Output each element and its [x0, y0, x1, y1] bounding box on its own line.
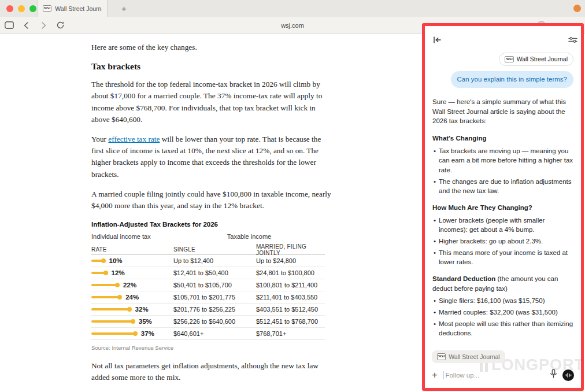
list-item: Tax brackets are moving up — meaning you… — [432, 146, 573, 175]
married-range: $768,701+ — [256, 330, 325, 337]
chart-group-header: Individual income tax — [91, 233, 173, 240]
chart-title: Inflation-Adjusted Tax Brackets for 2026 — [91, 221, 325, 228]
chat-composer: LONGPORT WSJ Wall Street Journal + Follo… — [425, 348, 581, 388]
married-range: $211,401 to $403,550 — [256, 294, 325, 301]
voice-mode-button[interactable] — [562, 369, 574, 381]
paragraph-text: Your — [91, 135, 108, 143]
source-context-chip[interactable]: WSJ Wall Street Journal — [499, 53, 573, 66]
microphone-icon[interactable] — [550, 369, 557, 381]
married-range: $100,801 to $211,400 — [256, 282, 325, 289]
wsj-logo-icon: WSJ — [505, 56, 513, 63]
user-message: Can you explain this in simple terms? — [451, 71, 573, 88]
zoom-window-button[interactable] — [29, 5, 36, 12]
list-item: Higher brackets: go up about 2.3%. — [432, 236, 573, 246]
attach-icon[interactable]: + — [432, 370, 438, 380]
reply-section: Standard Deduction (the amount you can d… — [432, 274, 573, 338]
single-range: $12,401 to $50,400 — [173, 269, 256, 276]
rate-bar — [91, 272, 106, 274]
browser-tab-bar: WSJ Wall Street Journal + — [0, 0, 585, 17]
panel-options-icon[interactable] — [568, 35, 577, 46]
chart-source: Source: Internal Revenue Service — [91, 345, 325, 351]
rate-bar — [91, 332, 135, 335]
rate-bar — [91, 308, 129, 310]
section-title: What's Changing — [432, 135, 486, 142]
scroll-fade — [425, 335, 581, 348]
tax-brackets-chart: Inflation-Adjusted Tax Brackets for 2026… — [91, 221, 325, 351]
text-caret — [443, 371, 444, 379]
list-item: Lower brackets (people with smaller inco… — [432, 216, 573, 235]
article-paragraph: Your effective tax rate will be lower th… — [91, 134, 334, 180]
assistant-message: Sure — here's a simple summary of what t… — [432, 97, 573, 348]
single-range: $256,226 to $640,600 — [173, 318, 256, 325]
column-header: SINGLE — [173, 246, 256, 253]
married-range: $512,451 to $768,700 — [256, 318, 325, 325]
source-chip-label: Wall Street Journal — [517, 55, 568, 64]
article-paragraph: The threshold for the top federal income… — [91, 79, 334, 125]
chart-header-row: RATE SINGLE MARRIED, FILING JOINTLY — [91, 245, 325, 255]
article-paragraph: A married couple filing jointly could ha… — [91, 188, 334, 212]
forward-icon[interactable] — [39, 21, 47, 29]
single-range: $50,401 to $105,700 — [173, 282, 256, 289]
article-heading-tax-brackets: Tax brackets — [91, 61, 334, 72]
column-header: MARRIED, FILING JOINTLY — [256, 243, 325, 256]
profile-icon[interactable] — [573, 5, 581, 12]
wsj-logo-icon: WSJ — [437, 353, 446, 360]
table-row: 22% $50,401 to $105,700 $100,801 to $211… — [91, 279, 325, 291]
wsj-favicon: WSJ — [43, 5, 51, 12]
back-icon[interactable] — [23, 21, 31, 29]
rate-bar — [91, 284, 117, 286]
list-item: This means more of your income is taxed … — [432, 248, 573, 267]
sidebar-toggle-icon[interactable] — [5, 21, 14, 29]
list-item: Married couples: $32,200 (was $31,500) — [432, 308, 573, 317]
rate-label: 10% — [109, 257, 123, 264]
table-row: 37% $640,601+ $768,701+ — [91, 328, 325, 340]
browser-tab[interactable]: WSJ Wall Street Journal — [37, 0, 108, 17]
reply-intro: Sure — here's a simple summary of what t… — [432, 97, 573, 126]
single-range: $201,776 to $256,225 — [173, 306, 256, 313]
context-chip[interactable]: WSJ Wall Street Journal — [432, 350, 505, 363]
rate-label: 35% — [139, 318, 152, 325]
reply-section: What's Changing Tax brackets are moving … — [432, 134, 573, 196]
rate-bar — [91, 320, 133, 323]
section-title: Standard Deduction — [432, 275, 495, 282]
table-row: 10% Up to $12,400 Up to $24,800 — [91, 255, 325, 267]
window-controls — [0, 5, 36, 12]
effective-tax-rate-link[interactable]: effective tax rate — [108, 135, 160, 143]
married-range: Up to $24,800 — [256, 257, 325, 264]
table-row: 35% $256,226 to $640,600 $512,451 to $76… — [91, 316, 325, 328]
assistant-panel-header — [425, 26, 581, 49]
reply-section: How Much Are They Changing? Lower bracke… — [432, 203, 573, 267]
article-body: Here are some of the key changes. Tax br… — [91, 42, 334, 392]
rate-label: 22% — [123, 282, 136, 289]
married-range: $24,801 to $100,800 — [256, 269, 325, 276]
table-row: 12% $12,401 to $50,400 $24,801 to $100,8… — [91, 267, 325, 279]
table-row: 32% $201,776 to $256,225 $403,551 to $51… — [91, 304, 325, 316]
rate-label: 12% — [112, 269, 125, 276]
column-header: RATE — [91, 246, 173, 253]
single-range: Up to $12,400 — [173, 257, 256, 264]
list-item: The changes are due to inflation adjustm… — [432, 177, 573, 196]
chat-messages: WSJ Wall Street Journal Can you explain … — [425, 49, 581, 348]
married-range: $403,551 to $512,450 — [256, 306, 325, 313]
rate-bar — [91, 260, 103, 262]
context-chip-label: Wall Street Journal — [449, 353, 499, 360]
minimize-window-button[interactable] — [18, 5, 25, 12]
single-range: $105,701 to $201,775 — [173, 294, 256, 301]
table-row: 24% $105,701 to $201,775 $211,401 to $40… — [91, 291, 325, 304]
rate-label: 37% — [141, 330, 154, 337]
tab-title: Wall Street Journal — [55, 5, 102, 12]
close-window-button[interactable] — [6, 5, 13, 12]
input-placeholder: Follow up... — [445, 372, 479, 379]
assistant-panel: WSJ Wall Street Journal Can you explain … — [422, 23, 584, 391]
collapse-panel-icon[interactable] — [433, 35, 442, 46]
new-tab-button[interactable]: + — [121, 3, 127, 13]
list-item: Single filers: $16,100 (was $15,750) — [432, 296, 573, 306]
rate-label: 24% — [125, 294, 139, 301]
reload-icon[interactable] — [56, 21, 65, 29]
section-title: How Much Are They Changing? — [432, 204, 532, 211]
chat-input[interactable]: Follow up... — [443, 371, 545, 379]
article-paragraph: Here are some of the key changes. — [91, 42, 334, 53]
single-range: $640,601+ — [173, 330, 256, 337]
rate-bar — [91, 296, 120, 298]
chart-group-header: Taxable income — [173, 233, 325, 240]
